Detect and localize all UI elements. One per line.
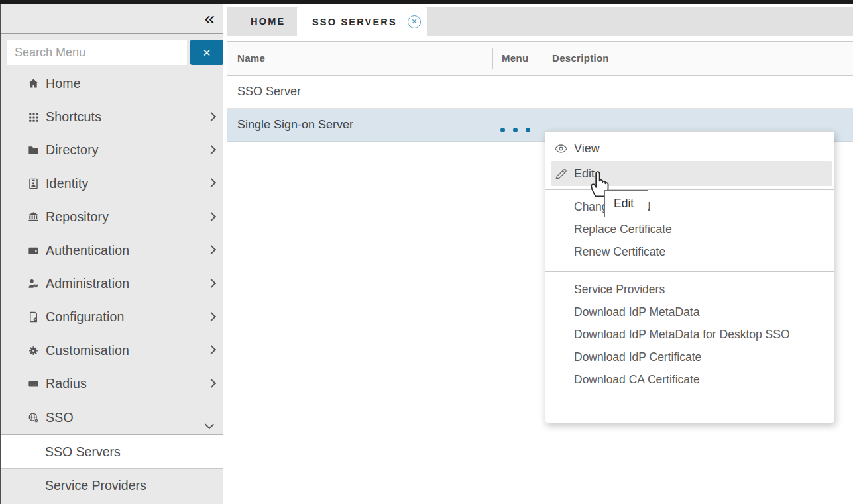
home-icon: [27, 77, 40, 91]
chevron-right-icon: [207, 212, 216, 221]
menu-item-view[interactable]: View: [545, 136, 834, 161]
menu-item-download-idp-certificate[interactable]: Download IdP Certificate: [545, 346, 834, 368]
search-input[interactable]: [7, 40, 187, 65]
menu-item-change-fqdn[interactable]: Change FQDN: [545, 195, 834, 218]
chevron-right-icon: [207, 245, 216, 254]
column-header-menu: Menu: [502, 52, 528, 64]
eye-icon: [554, 142, 568, 156]
menu-item-service-providers[interactable]: Service Providers: [545, 278, 834, 301]
globe-gear-icon: [27, 411, 40, 425]
sidebar-item-administration[interactable]: Administration: [1, 267, 223, 300]
table-row[interactable]: SSO Server: [227, 76, 853, 109]
sidebar-item-sso[interactable]: SSO: [1, 401, 223, 434]
close-tab-icon[interactable]: ✕: [408, 15, 421, 28]
menu-item-download-ca-certificate[interactable]: Download CA Certificate: [545, 368, 834, 391]
tab-bar: HOME SSO SERVERS ✕: [227, 7, 853, 36]
wallet-icon: [27, 244, 40, 258]
menu-item-download-idp-metadata[interactable]: Download IdP MetaData: [545, 301, 834, 323]
sidebar-item-directory[interactable]: Directory: [1, 134, 223, 167]
sidebar-item-label: Shortcuts: [46, 109, 101, 125]
sidebar-item-customisation[interactable]: Customisation: [1, 334, 223, 367]
context-menu-group-2: Change FQDN Replace Certificate Renew Ce…: [545, 190, 834, 272]
row-name: SSO Server: [237, 85, 301, 99]
row-name: Single Sign-on Server: [237, 118, 353, 132]
gear-icon: [27, 344, 40, 358]
column-header-description: Description: [552, 52, 609, 64]
search-clear-button[interactable]: ✕: [190, 40, 223, 65]
sidebar-item-configuration[interactable]: Configuration: [1, 301, 223, 334]
sidebar-header: «: [1, 4, 223, 34]
sidebar-item-label: Administration: [46, 276, 129, 291]
sidebar-subitem-label: SSO Servers: [45, 444, 121, 460]
sidebar-nav: Home Shortcuts Directory: [1, 67, 223, 434]
chevron-down-icon: [205, 420, 214, 429]
chevron-right-icon: [207, 345, 216, 354]
id-card-icon: [27, 177, 40, 191]
column-divider: [492, 48, 493, 69]
sidebar-item-label: Identity: [46, 176, 88, 191]
sso-servers-table: Name Menu Description SSO Server Single …: [227, 41, 853, 142]
chevron-right-icon: [207, 312, 216, 321]
sidebar-item-label: Home: [46, 76, 81, 91]
shortcuts-grid-icon: [27, 110, 40, 124]
chevron-right-icon: [207, 112, 216, 121]
sidebar-item-label: Customisation: [46, 343, 129, 358]
folder-icon: [27, 143, 40, 157]
three-dots-menu-icon[interactable]: [500, 128, 538, 132]
close-icon: ✕: [203, 48, 211, 58]
tab-label: SSO SERVERS: [312, 17, 397, 27]
sidebar-item-label: Configuration: [46, 309, 125, 325]
context-menu-group-3: Service Providers Download IdP MetaData …: [545, 272, 834, 391]
sidebar-item-service-providers[interactable]: Service Providers: [1, 469, 223, 502]
menu-item-label: View: [574, 142, 600, 156]
sso-submenu: SSO Servers Service Providers: [1, 434, 223, 502]
sidebar-item-identity[interactable]: Identity: [1, 167, 223, 200]
table-header: Name Menu Description: [227, 42, 853, 76]
sidebar-item-radius[interactable]: Radius: [1, 368, 223, 401]
sidebar-item-shortcuts[interactable]: Shortcuts: [1, 100, 223, 133]
sidebar-item-label: Authentication: [46, 243, 129, 258]
sidebar-subitem-label: Service Providers: [45, 478, 146, 493]
sidebar-item-label: Repository: [46, 209, 109, 225]
chevron-right-icon: [207, 145, 216, 154]
collapse-sidebar-icon[interactable]: «: [204, 6, 215, 31]
tab-sso-servers[interactable]: SSO SERVERS ✕: [297, 7, 427, 36]
column-header-name[interactable]: Name: [237, 52, 265, 64]
chevron-right-icon: [207, 278, 216, 287]
sidebar-item-home[interactable]: Home: [1, 67, 223, 100]
menu-item-download-idp-metadata-desktop-sso[interactable]: Download IdP MetaData for Desktop SSO: [545, 323, 834, 346]
tooltip: Edit: [604, 190, 648, 217]
menu-item-renew-certificate[interactable]: Renew Certificate: [545, 240, 834, 263]
chevron-right-icon: [207, 379, 216, 388]
server-icon: [27, 377, 40, 391]
tab-home[interactable]: HOME: [251, 7, 285, 36]
pencil-icon: [554, 167, 568, 181]
user-gear-icon: [27, 277, 40, 291]
sidebar-item-sso-servers[interactable]: SSO Servers: [1, 435, 223, 469]
sidebar: « ✕ Home Shortcuts: [0, 4, 223, 504]
sidebar-item-authentication[interactable]: Authentication: [1, 234, 223, 267]
document-gear-icon: [27, 310, 40, 324]
sidebar-item-label: SSO: [46, 410, 74, 425]
sidebar-item-label: Radius: [46, 376, 87, 391]
menu-item-replace-certificate[interactable]: Replace Certificate: [545, 218, 834, 240]
column-divider: [543, 48, 543, 69]
sidebar-item-repository[interactable]: Repository: [1, 201, 223, 234]
sidebar-search: ✕: [1, 36, 223, 66]
chevron-right-icon: [207, 178, 216, 187]
sidebar-item-label: Directory: [46, 142, 99, 158]
bank-icon: [27, 210, 40, 224]
